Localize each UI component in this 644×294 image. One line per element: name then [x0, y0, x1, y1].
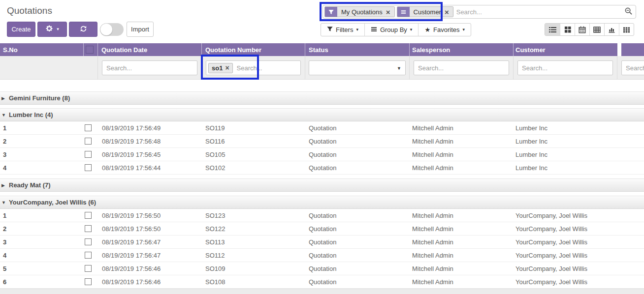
group-collapse-icon: ▼	[1, 113, 6, 118]
table-row[interactable]: 408/19/2019 17:56:47SO112QuotationMitche…	[0, 249, 644, 262]
column-header-salesperson[interactable]: Salesperson	[410, 43, 514, 56]
toggle-switch[interactable]	[100, 23, 124, 36]
view-switch-pivot[interactable]	[589, 24, 604, 35]
filter-cell-extra	[617, 56, 644, 79]
status-filter-select[interactable]: ▼	[309, 60, 406, 75]
cell-sno: 1	[0, 124, 84, 132]
row-checkbox[interactable]	[85, 278, 92, 285]
gear-icon	[45, 25, 53, 34]
row-checkbox[interactable]	[85, 252, 92, 259]
row-checkbox[interactable]	[85, 212, 92, 219]
search-icon[interactable]	[624, 7, 633, 17]
favorites-menu-button[interactable]: ★ Favorites ▾	[418, 24, 471, 36]
cell-quotation-date: 08/19/2019 17:56:47	[98, 252, 202, 259]
view-switch-grid[interactable]	[619, 24, 634, 35]
cell-checkbox	[84, 212, 98, 219]
filter-cell-empty	[0, 56, 98, 79]
view-switch-kanban[interactable]	[560, 24, 575, 35]
quotations-page: Quotations Create ▾ Import My Quotations…	[0, 0, 644, 294]
group-row[interactable]: ▼YourCompany, Joel Willis (6)	[0, 196, 644, 209]
group-expand-icon: ▶	[1, 96, 6, 101]
filter-cell-salesperson	[410, 56, 514, 79]
group-row[interactable]: ▶Gemini Furniture (8)	[0, 91, 644, 105]
column-header-sno[interactable]: S.No	[0, 43, 84, 56]
cell-sno: 2	[0, 225, 84, 233]
group-collapse-icon: ▼	[1, 200, 6, 205]
table-row[interactable]: 108/19/2019 17:56:50SO123QuotationMitche…	[0, 209, 644, 222]
table-row[interactable]: 208/19/2019 17:56:48SO116QuotationMitche…	[0, 135, 644, 148]
cell-quotation-number: SO123	[202, 212, 305, 219]
cell-salesperson: Mitchell Admin	[410, 265, 514, 272]
cell-status: Quotation	[305, 225, 410, 233]
table-header: S.No Quotation Date Quotation Number Sta…	[0, 43, 644, 56]
cell-salesperson: Mitchell Admin	[410, 212, 514, 219]
partial-group-row	[0, 289, 644, 294]
close-icon[interactable]: ×	[225, 64, 229, 71]
view-switcher	[545, 23, 634, 36]
table-row[interactable]: 608/19/2019 17:56:46SO108QuotationMitche…	[0, 275, 644, 289]
cell-status: Quotation	[305, 252, 410, 259]
group-by-icon	[371, 26, 377, 34]
cell-quotation-number: SO102	[202, 164, 305, 172]
row-checkbox[interactable]	[85, 164, 92, 171]
cell-quotation-date: 08/19/2019 17:56:46	[98, 265, 202, 272]
search-input[interactable]	[455, 8, 622, 16]
filter-cell-status: ▼	[305, 56, 410, 79]
number-filter-input[interactable]	[236, 64, 298, 72]
group-by-menu-button[interactable]: Group By ▾	[364, 24, 418, 36]
table-row[interactable]: 408/19/2019 17:56:44SO102QuotationMitche…	[0, 161, 644, 175]
cell-status: Quotation	[305, 124, 410, 132]
cell-quotation-number: SO113	[202, 238, 305, 246]
cell-sno: 6	[0, 278, 84, 286]
cell-quotation-number: SO108	[202, 278, 305, 286]
caret-down-icon: ▼	[397, 66, 401, 71]
cell-status: Quotation	[305, 238, 410, 246]
column-header-quotation-date[interactable]: Quotation Date	[98, 43, 202, 56]
column-header-status[interactable]: Status	[305, 43, 410, 56]
import-button[interactable]: Import	[127, 22, 154, 37]
cell-quotation-date: 08/19/2019 17:56:45	[98, 151, 202, 158]
cell-salesperson: Mitchell Admin	[410, 138, 514, 145]
row-checkbox[interactable]	[85, 151, 92, 158]
cell-salesperson: Mitchell Admin	[410, 164, 514, 172]
table-row[interactable]: 108/19/2019 17:56:49SO119QuotationMitche…	[0, 121, 644, 135]
column-header-extra	[621, 43, 644, 56]
row-checkbox[interactable]	[85, 124, 92, 131]
table-row[interactable]: 508/19/2019 17:56:46SO109QuotationMitche…	[0, 262, 644, 275]
row-checkbox[interactable]	[85, 225, 92, 232]
date-filter-input[interactable]	[102, 60, 197, 75]
cell-salesperson: Mitchell Admin	[410, 252, 514, 259]
filter-cell-number: so1 ×	[202, 56, 305, 79]
caret-down-icon: ▾	[57, 27, 59, 31]
create-button[interactable]: Create	[7, 22, 35, 37]
customer-filter-input[interactable]	[517, 60, 613, 75]
table-row[interactable]: 308/19/2019 17:56:47SO113QuotationMitche…	[0, 235, 644, 249]
row-checkbox[interactable]	[85, 238, 92, 245]
view-switch-list[interactable]	[545, 24, 560, 35]
group-label: Gemini Furniture (8)	[9, 94, 70, 102]
column-header-customer[interactable]: Customer	[514, 43, 617, 56]
cell-quotation-date: 08/19/2019 17:56:48	[98, 138, 202, 145]
row-checkbox[interactable]	[85, 265, 92, 272]
cell-quotation-date: 08/19/2019 17:56:44	[98, 164, 202, 172]
extra-filter-input[interactable]	[621, 60, 644, 75]
group-row[interactable]: ▼Lumber Inc (4)	[0, 108, 644, 121]
refresh-button[interactable]	[69, 22, 97, 37]
close-icon[interactable]: ×	[445, 8, 449, 16]
select-all-checkbox[interactable]	[86, 46, 94, 54]
facet-label: Customer	[414, 8, 441, 16]
close-icon[interactable]: ×	[386, 8, 390, 16]
table-row[interactable]: 208/19/2019 17:56:50SO122QuotationMitche…	[0, 222, 644, 235]
cell-customer: YourCompany, Joel Willis	[514, 212, 644, 219]
view-switch-calendar[interactable]	[575, 24, 589, 35]
cell-salesperson: Mitchell Admin	[410, 225, 514, 233]
gear-dropdown-button[interactable]: ▾	[37, 22, 67, 37]
row-checkbox[interactable]	[85, 138, 92, 145]
group-row[interactable]: ▶Ready Mat (7)	[0, 178, 644, 192]
table-row[interactable]: 308/19/2019 17:56:45SO105QuotationMitche…	[0, 148, 644, 161]
salesperson-filter-input[interactable]	[414, 60, 509, 75]
filters-menu-button[interactable]: Filters ▾	[321, 24, 364, 36]
view-switch-graph[interactable]	[604, 24, 619, 35]
cell-checkbox	[84, 138, 98, 145]
column-header-quotation-number[interactable]: Quotation Number	[202, 43, 305, 56]
